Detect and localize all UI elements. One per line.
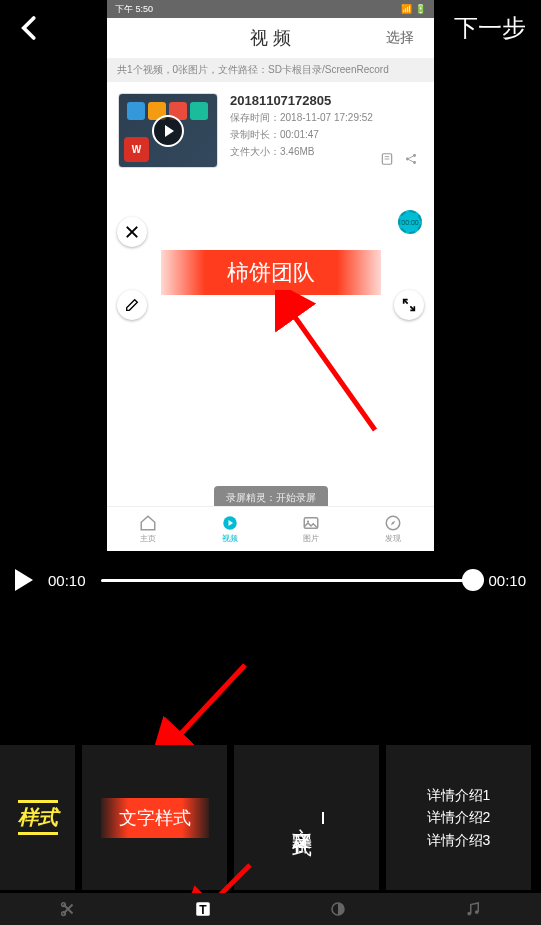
video-duration: 录制时长：00:01:47: [230, 128, 423, 142]
bottom-toolbar: T: [0, 893, 541, 925]
text-tool[interactable]: T: [191, 900, 215, 918]
share-icon: [404, 152, 418, 170]
svg-point-17: [475, 910, 479, 914]
edit-overlay-button[interactable]: [117, 290, 147, 320]
expand-overlay-button[interactable]: [394, 290, 424, 320]
svg-point-1: [406, 158, 409, 161]
total-time: 00:10: [488, 572, 526, 589]
svg-text:T: T: [199, 903, 207, 917]
style-option-1[interactable]: 样式: [0, 745, 75, 890]
video-thumbnail: W: [118, 93, 218, 168]
svg-point-16: [468, 912, 472, 916]
file-path-bar: 共1个视频，0张图片，文件路径：SD卡根目录/ScreenRecord: [107, 58, 434, 82]
wps-badge-icon: W: [124, 137, 149, 162]
style-option-3[interactable]: 文字样式: [234, 745, 379, 890]
bottom-nav: 主页 视频 图片 发现: [107, 506, 434, 551]
svg-point-3: [413, 161, 416, 164]
style-carousel[interactable]: 样式 文字样式 文字样式 详情介绍1 详情介绍2 详情介绍3: [0, 745, 541, 890]
style-option-4[interactable]: 详情介绍1 详情介绍2 详情介绍3: [386, 745, 531, 890]
music-tool[interactable]: [461, 900, 485, 918]
style-1-text: 样式: [18, 804, 58, 831]
cut-tool[interactable]: [56, 900, 80, 918]
back-arrow[interactable]: [15, 13, 45, 43]
style-2-text: 文字样式: [101, 798, 209, 838]
svg-line-9: [175, 665, 245, 740]
style-4-text: 详情介绍1 详情介绍2 详情介绍3: [427, 784, 491, 851]
player-controls: 00:10 00:10: [0, 560, 541, 600]
video-save-time: 保存时间：2018-11-07 17:29:52: [230, 111, 423, 125]
close-overlay-button[interactable]: [117, 217, 147, 247]
current-time: 00:10: [48, 572, 86, 589]
preview-container: 下午 5:50 📶 🔋 视 频 选择 共1个视频，0张图片，文件路径：SD卡根目…: [107, 0, 434, 551]
top-bar: 下一步: [0, 0, 541, 55]
text-overlay-banner[interactable]: 柿饼团队: [161, 250, 381, 295]
nav-video: 视频: [221, 514, 239, 544]
image-icon: [302, 514, 320, 532]
home-icon: [139, 514, 157, 532]
play-button[interactable]: [15, 569, 33, 591]
video-name: 20181107172805: [230, 93, 423, 108]
style-option-2[interactable]: 文字样式: [82, 745, 227, 890]
effects-tool[interactable]: [326, 900, 350, 918]
nav-discover: 发现: [384, 514, 402, 544]
play-circle-icon: [221, 514, 239, 532]
progress-handle[interactable]: [462, 569, 484, 591]
play-overlay-icon: [152, 115, 184, 147]
next-button[interactable]: 下一步: [454, 12, 526, 44]
nav-home: 主页: [139, 514, 157, 544]
timer-badge: 00:00: [398, 210, 422, 234]
video-item: W 20181107172805 保存时间：2018-11-07 17:29:5…: [107, 82, 434, 179]
nav-image: 图片: [302, 514, 320, 544]
style-3-text: 文字样式: [289, 812, 324, 824]
svg-point-2: [413, 154, 416, 157]
note-icon: [380, 152, 394, 170]
compass-icon: [384, 514, 402, 532]
progress-slider[interactable]: [101, 579, 474, 582]
